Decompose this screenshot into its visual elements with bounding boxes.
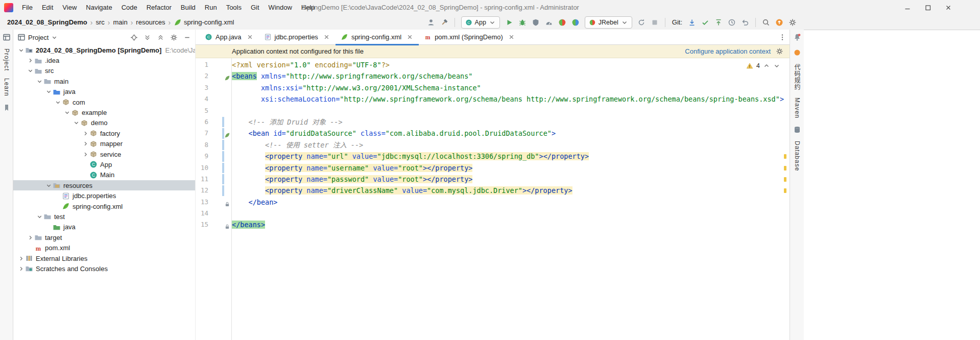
lock-gutter-icon[interactable] xyxy=(224,199,230,205)
stop-icon[interactable] xyxy=(651,18,659,27)
restart-icon[interactable] xyxy=(637,18,646,27)
settings-gear-icon[interactable] xyxy=(170,34,178,41)
jrebel-debug-icon[interactable] xyxy=(571,18,580,27)
close-tab-icon[interactable] xyxy=(508,33,515,41)
search-everywhere-icon[interactable] xyxy=(762,18,770,27)
previous-warning-icon[interactable] xyxy=(763,62,770,69)
lock-gutter-icon[interactable] xyxy=(224,222,230,228)
tab-app-java[interactable]: CApp.java xyxy=(200,30,259,45)
git-rollback-icon[interactable] xyxy=(741,18,749,27)
tree-item-2024-02-08-springdemo-springdemo[interactable]: 2024_02_08_SpringDemo [SpringDemo]E:\cod… xyxy=(13,45,195,55)
menu-refactor[interactable]: Refactor xyxy=(142,0,176,15)
menu-run[interactable]: Run xyxy=(200,0,222,15)
project-panel-title[interactable]: Project xyxy=(28,34,49,41)
breadcrumb-2024-02-08-springdemo[interactable]: 2024_02_08_SpringDemo xyxy=(6,18,88,26)
chevron-right-icon[interactable] xyxy=(82,140,89,148)
tree-item-spring-config-xml[interactable]: spring-config.xml xyxy=(13,201,195,211)
breadcrumb-main[interactable]: main xyxy=(112,18,129,26)
chevron-right-icon[interactable] xyxy=(82,151,89,158)
user-profile-icon[interactable] xyxy=(427,18,435,27)
tool-button-code-guidelines[interactable]: 代码规约 xyxy=(793,64,801,90)
spring-bean-gutter-icon[interactable] xyxy=(224,73,230,79)
menu-navigate[interactable]: Navigate xyxy=(81,0,116,15)
tree-item-app[interactable]: CApp xyxy=(13,159,195,169)
breadcrumb-resources[interactable]: resources xyxy=(135,18,166,26)
menu-build[interactable]: Build xyxy=(176,0,200,15)
spring-bean-gutter-icon[interactable] xyxy=(224,130,230,136)
tree-item-factory[interactable]: factory xyxy=(13,128,195,138)
menu-view[interactable]: View xyxy=(58,0,81,15)
tree-item-mapper[interactable]: mapper xyxy=(13,139,195,149)
debug-icon[interactable] xyxy=(518,18,527,27)
breadcrumb-spring-config-xml[interactable]: spring-config.xml xyxy=(173,18,235,27)
chevron-down-icon[interactable] xyxy=(45,88,53,95)
tool-button-maven[interactable]: Maven xyxy=(794,98,801,118)
code-editor[interactable]: 1<?xml version="1.0" encoding="UTF-8"?>2… xyxy=(196,58,790,340)
warning-stripe-mark[interactable] xyxy=(784,154,786,159)
tool-button-project[interactable]: Project xyxy=(3,48,10,71)
tree-item-demo[interactable]: demo xyxy=(13,118,195,128)
chevron-down-icon[interactable] xyxy=(45,182,53,189)
chevron-right-icon[interactable] xyxy=(27,234,34,241)
inspections-widget[interactable]: 4 xyxy=(744,61,782,70)
chevron-down-icon[interactable] xyxy=(27,67,34,75)
chevron-down-icon[interactable] xyxy=(54,99,62,106)
tool-button-database[interactable]: Database xyxy=(794,141,801,171)
window-maximize-button[interactable] xyxy=(924,4,932,12)
chevron-down-icon[interactable] xyxy=(17,46,25,54)
breadcrumb-src[interactable]: src xyxy=(94,18,105,26)
jrebel-combo[interactable]: JRebel xyxy=(585,16,632,29)
bookmarks-icon[interactable] xyxy=(3,104,11,112)
window-close-button[interactable] xyxy=(944,4,952,12)
hide-icon[interactable] xyxy=(183,34,191,41)
banner-settings-icon[interactable] xyxy=(776,47,783,55)
menu-tools[interactable]: Tools xyxy=(222,0,246,15)
tree-item-src[interactable]: src xyxy=(13,66,195,76)
tree-item-external-libraries[interactable]: External Libraries xyxy=(13,253,195,263)
tree-item-main[interactable]: CMain xyxy=(13,170,195,180)
notifications-icon[interactable] xyxy=(793,33,801,41)
warning-stripe-mark[interactable] xyxy=(784,166,786,171)
chevron-right-icon[interactable] xyxy=(27,57,34,64)
git-update-icon[interactable] xyxy=(688,18,696,27)
chevron-right-icon[interactable] xyxy=(17,265,25,272)
tab-jdbc-properties[interactable]: jdbc.properties xyxy=(259,30,336,45)
tree-item-example[interactable]: example xyxy=(13,107,195,117)
tree-item-main[interactable]: main xyxy=(13,76,195,86)
code-guidelines-icon[interactable] xyxy=(793,48,801,57)
run-icon[interactable] xyxy=(505,18,513,27)
run-configuration-combo[interactable]: CApp xyxy=(461,16,500,29)
tree-item-jdbc-properties[interactable]: jdbc.properties xyxy=(13,190,195,201)
chevron-down-icon[interactable] xyxy=(63,109,71,116)
tree-item-scratches-and-consoles[interactable]: Scratches and Consoles xyxy=(13,263,195,274)
profiler-icon[interactable] xyxy=(545,18,553,27)
jrebel-run-icon[interactable] xyxy=(558,18,566,27)
chevron-down-icon[interactable] xyxy=(51,34,58,41)
window-minimize-button[interactable] xyxy=(903,4,912,12)
ide-update-icon[interactable] xyxy=(775,18,783,27)
tree-item-target[interactable]: target xyxy=(13,232,195,242)
tree-item-java[interactable]: java xyxy=(13,87,195,97)
run-coverage-icon[interactable] xyxy=(532,18,540,27)
tab-spring-config-xml[interactable]: spring-config.xml xyxy=(336,30,419,45)
build-hammer-icon[interactable] xyxy=(440,18,448,27)
close-tab-icon[interactable] xyxy=(406,33,414,41)
tree-item-resources[interactable]: resources xyxy=(13,180,195,190)
tabs-options-icon[interactable] xyxy=(778,33,786,41)
chevron-right-icon[interactable] xyxy=(82,130,89,137)
close-tab-icon[interactable] xyxy=(323,33,330,41)
tree-item-java[interactable]: java xyxy=(13,222,195,232)
tree-item-idea[interactable]: .idea xyxy=(13,55,195,65)
tree-item-com[interactable]: com xyxy=(13,97,195,107)
menu-code[interactable]: Code xyxy=(117,0,142,15)
chevron-down-icon[interactable] xyxy=(73,119,80,127)
settings-gear-icon[interactable] xyxy=(788,18,797,27)
menu-file[interactable]: File xyxy=(17,0,37,15)
warning-stripe-mark[interactable] xyxy=(784,177,786,182)
warning-stripe-mark[interactable] xyxy=(784,188,786,193)
project-icon[interactable] xyxy=(3,33,11,41)
menu-git[interactable]: Git xyxy=(246,0,264,15)
tab-pom-xml-springdemo[interactable]: mpom.xml (SpringDemo) xyxy=(419,30,520,45)
close-tab-icon[interactable] xyxy=(246,33,254,41)
chevron-right-icon[interactable] xyxy=(17,255,25,262)
